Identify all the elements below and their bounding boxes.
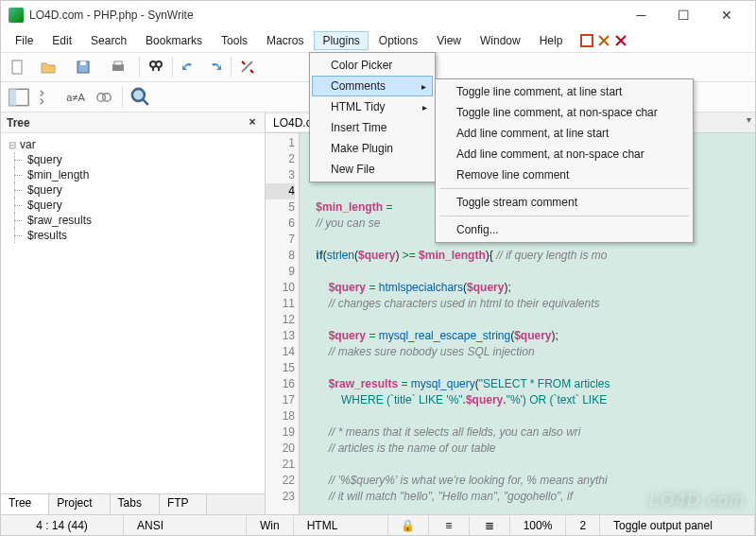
open-file-button[interactable] [32, 56, 64, 78]
panel-tab-project[interactable]: Project [49, 494, 110, 514]
status-encoding[interactable]: ANSI [124, 515, 247, 535]
status-hint: Toggle output panel [600, 515, 755, 535]
menu-bookmarks[interactable]: Bookmarks [137, 31, 211, 50]
undo-button[interactable] [178, 56, 200, 78]
status-position: 4 : 14 (44) [1, 515, 124, 535]
menu-edit[interactable]: Edit [43, 31, 80, 50]
app-icon [9, 8, 24, 23]
title-bar: LO4D.com - PHP.php - SynWrite ─ ☐ ✕ [1, 1, 755, 29]
status-extra: 2 [566, 515, 600, 535]
comments-menu-item[interactable]: Remove line comment [438, 164, 691, 185]
menu-window[interactable]: Window [472, 31, 529, 50]
plugins-menu-color-picker[interactable]: Color Picker [312, 55, 433, 76]
tree-body[interactable]: var$query$min_length$query$query$raw_res… [1, 133, 265, 493]
tree-panel-title: Tree [7, 116, 246, 130]
tree-root[interactable]: var [1, 137, 265, 152]
menu-help[interactable]: Help [531, 31, 572, 50]
svg-rect-1 [12, 61, 22, 74]
close-tab-icon[interactable] [597, 34, 610, 47]
menu-search[interactable]: Search [82, 31, 135, 50]
tree-item[interactable]: $query [1, 152, 265, 167]
comments-menu-item[interactable]: Toggle line comment, at non-space char [438, 102, 691, 123]
status-wrap-icon[interactable]: ≡ [429, 515, 470, 535]
find-button[interactable] [145, 56, 167, 78]
menu-options[interactable]: Options [370, 31, 426, 50]
maximize-button[interactable]: ☐ [662, 2, 705, 28]
save-button[interactable] [67, 56, 99, 78]
svg-point-12 [132, 88, 145, 100]
panel-tab-tree[interactable]: Tree [1, 494, 49, 514]
close-all-icon[interactable] [614, 34, 627, 47]
plugins-menu-insert-time[interactable]: Insert Time [312, 117, 433, 138]
zoom-button[interactable] [129, 85, 153, 110]
svg-rect-9 [9, 89, 16, 105]
toggle-panel-button[interactable] [7, 85, 31, 110]
status-readonly-icon[interactable]: 🔒 [388, 515, 429, 535]
text-case-button[interactable]: a≠A [63, 85, 88, 110]
tree-item[interactable]: $results [1, 228, 265, 243]
svg-rect-5 [114, 61, 122, 65]
comments-menu-item[interactable]: Config... [438, 219, 691, 240]
plugins-menu-popup: Color PickerComments▸HTML Tidy▸Insert Ti… [309, 52, 436, 182]
redo-button[interactable] [203, 56, 226, 78]
comments-submenu-popup: Toggle line comment, at line startToggle… [435, 78, 694, 243]
plugins-menu-new-file[interactable]: New File [312, 159, 433, 180]
menu-plugins[interactable]: Plugins [314, 31, 368, 50]
menu-macros[interactable]: Macros [258, 31, 312, 50]
code-block-button[interactable] [35, 85, 60, 110]
svg-rect-3 [80, 61, 86, 65]
window-title: LO4D.com - PHP.php - SynWrite [29, 9, 620, 22]
brackets-button[interactable] [92, 85, 116, 110]
status-line-endings[interactable]: Win [247, 515, 294, 535]
minimize-button[interactable]: ─ [620, 2, 662, 28]
menu-view[interactable]: View [428, 31, 470, 50]
comments-menu-item[interactable]: Toggle stream comment [438, 192, 691, 213]
status-zoom[interactable]: 100% [510, 515, 567, 535]
status-bar: 4 : 14 (44) ANSI Win HTML 🔒 ≡ ≣ 100% 2 T… [1, 514, 755, 535]
comments-menu-item[interactable]: Toggle line comment, at line start [438, 81, 691, 102]
tree-item[interactable]: $raw_results [1, 213, 265, 228]
panel-tab-tabs[interactable]: Tabs [111, 494, 160, 514]
settings-button[interactable] [236, 56, 259, 78]
panel-tabs: TreeProjectTabsFTP [1, 493, 265, 514]
comments-menu-item[interactable]: Add line comment, at non-space char [438, 144, 691, 164]
tree-panel: Tree × var$query$min_length$query$query$… [1, 112, 266, 514]
print-button[interactable] [102, 56, 134, 78]
gutter: 1234567891011121314151617181920212223 [266, 133, 300, 514]
panel-tab-ftp[interactable]: FTP [160, 494, 207, 514]
menu-bar: FileEditSearchBookmarksToolsMacrosPlugin… [1, 29, 755, 52]
comments-menu-item[interactable]: Add line comment, at line start [438, 123, 691, 144]
status-lexer[interactable]: HTML [294, 515, 388, 535]
menu-tools[interactable]: Tools [213, 31, 256, 50]
window-icon[interactable] [580, 34, 593, 47]
status-selmode-icon[interactable]: ≣ [470, 515, 510, 535]
tree-panel-close-icon[interactable]: × [246, 116, 259, 130]
svg-point-7 [156, 61, 162, 67]
close-button[interactable]: ✕ [705, 2, 747, 28]
tree-item[interactable]: $query [1, 182, 265, 198]
tree-item[interactable]: $min_length [1, 167, 265, 182]
svg-point-11 [103, 93, 112, 101]
plugins-menu-comments[interactable]: Comments▸ [312, 76, 433, 96]
tabs-dropdown-icon[interactable]: ▾ [747, 114, 751, 125]
svg-rect-0 [581, 35, 593, 46]
tree-item[interactable]: $query [1, 198, 265, 213]
new-file-button[interactable] [7, 56, 29, 78]
menu-file[interactable]: File [7, 31, 42, 50]
plugins-menu-html-tidy[interactable]: HTML Tidy▸ [312, 96, 433, 117]
plugins-menu-make-plugin[interactable]: Make Plugin [312, 138, 433, 159]
